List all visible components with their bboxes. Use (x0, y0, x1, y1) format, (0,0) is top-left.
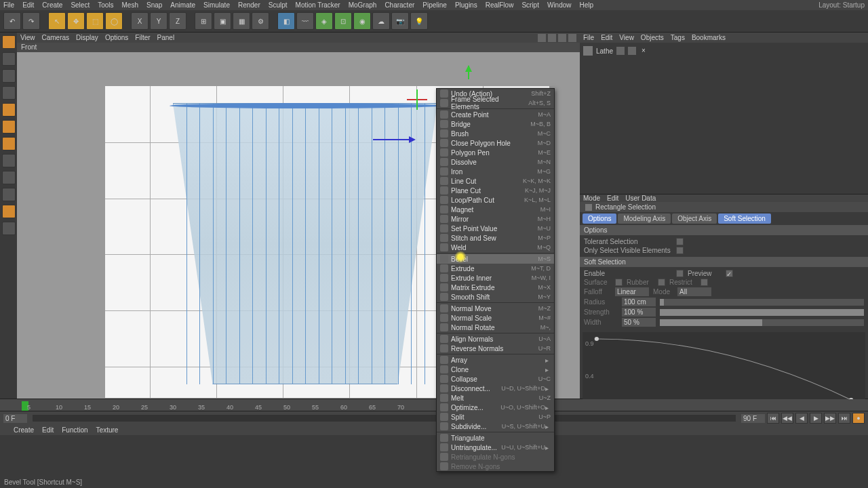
menu-sculpt[interactable]: Sculpt (269, 1, 288, 9)
edge-mode-icon[interactable] (2, 120, 16, 134)
ctx-triangulate[interactable]: Triangulate (437, 433, 554, 443)
array-icon[interactable]: ⊡ (334, 12, 352, 30)
om-bookmarks[interactable]: Bookmarks (692, 34, 726, 41)
ctx-set-point-value[interactable]: Set Point ValueM~U (437, 224, 554, 233)
deformer-icon[interactable]: ◉ (353, 12, 371, 30)
menu-tools[interactable]: Tools (98, 1, 113, 9)
attr-menubar[interactable]: Mode Edit User Data (580, 195, 868, 202)
vp-menu-panel[interactable]: Panel (157, 34, 175, 41)
time-range-slider[interactable] (33, 415, 736, 422)
rendersettings-icon[interactable]: ⚙ (252, 12, 269, 30)
ctx-extrude[interactable]: ExtrudeM~T, D (437, 264, 554, 273)
menu-character[interactable]: Character (384, 1, 414, 9)
mat-create[interactable]: Create (14, 426, 34, 434)
ctx-stitch-and-sew[interactable]: Stitch and SewM~P (437, 233, 554, 243)
ctx-reverse-normals[interactable]: Reverse NormalsU~R (437, 344, 554, 353)
ctx-melt[interactable]: MeltU~Z (437, 393, 554, 403)
attr-mode[interactable]: Mode (583, 195, 600, 202)
ctx-align-normals[interactable]: Align NormalsU~A (437, 334, 554, 344)
light-icon[interactable]: 💡 (410, 12, 428, 30)
menu-plugins[interactable]: Plugins (455, 1, 477, 9)
ctx-bridge[interactable]: BridgeM~B, B (437, 119, 554, 129)
snap-icon[interactable] (2, 171, 16, 184)
ctx-dissolve[interactable]: DissolveM~N (437, 157, 554, 167)
ctx-normal-rotate[interactable]: Normal RotateM~, (437, 323, 554, 332)
ctx-brush[interactable]: BrushM~C (437, 129, 554, 138)
ctx-iron[interactable]: IronM~G (437, 167, 554, 176)
lock-icon[interactable] (2, 222, 16, 235)
context-menu[interactable]: Undo (Action)Shift+ZFrame Selected Eleme… (436, 88, 555, 472)
undo-icon[interactable]: ↶ (3, 12, 21, 30)
texture-mode-icon[interactable] (2, 69, 16, 83)
checkbox-restrict[interactable] (701, 279, 708, 286)
prev-frame-icon[interactable]: ◀ (795, 413, 808, 424)
material-menubar[interactable]: Create Edit Function Texture (0, 425, 868, 435)
camera-icon[interactable]: 📷 (391, 12, 409, 30)
goto-end-icon[interactable]: ⏭ (838, 413, 850, 424)
ctx-disconnect-[interactable]: Disconnect...U~D, U~Shift+D▸ (437, 384, 554, 393)
main-menubar[interactable]: File Edit Create Select Tools Mesh Snap … (0, 0, 868, 10)
radius-slider[interactable] (660, 299, 864, 306)
y-axis-gizmo-icon[interactable] (468, 66, 469, 79)
tab-modeling-axis[interactable]: Modeling Axis (618, 214, 671, 224)
ctx-line-cut[interactable]: Line CutK~K, M~K (437, 176, 554, 186)
cup-mesh[interactable] (173, 103, 437, 384)
ctx-subdivide-[interactable]: Subdivide...U~S, U~Shift+U▸ (437, 422, 554, 431)
polygon-mode-icon[interactable] (2, 137, 16, 150)
falloff-select[interactable] (615, 287, 649, 296)
render-icon[interactable]: ▣ (214, 12, 231, 30)
om-tags[interactable]: Tags (671, 34, 685, 41)
coord-icon[interactable]: ⊞ (195, 12, 212, 30)
checkbox-enable[interactable] (676, 270, 684, 277)
cube-icon[interactable]: ◧ (277, 12, 295, 30)
renderview-icon[interactable]: ▦ (233, 12, 250, 30)
mat-edit[interactable]: Edit (42, 426, 54, 434)
checkbox-visible[interactable] (676, 247, 684, 254)
strength-input[interactable] (622, 308, 656, 317)
mode-select[interactable] (677, 287, 711, 296)
radius-input[interactable] (622, 298, 656, 306)
vp-menu-view[interactable]: View (20, 34, 35, 41)
workplane2-icon[interactable] (2, 188, 16, 201)
menu-script[interactable]: Script (521, 1, 539, 9)
start-frame-input[interactable] (3, 414, 27, 423)
vp-menu-display[interactable]: Display (76, 34, 98, 41)
falloff-curve[interactable]: 0.9 0.4 00.10.2 0.30.40.5 0.60.70.8 0.91… (583, 332, 865, 410)
axis-mode-icon[interactable] (2, 154, 16, 167)
menu-edit[interactable]: Edit (22, 1, 34, 9)
checkbox-surface[interactable] (615, 279, 623, 286)
scale-tool-icon[interactable]: ⬚ (86, 12, 104, 30)
ctx-untriangulate-[interactable]: Untriangulate...U~U, U~Shift+U▸ (437, 443, 554, 452)
vp-nav-icon[interactable] (558, 34, 566, 42)
ctx-normal-scale[interactable]: Normal ScaleM~# (437, 313, 554, 323)
ctx-clone[interactable]: Clone▸ (437, 365, 554, 374)
checkbox-tolerant[interactable] (676, 238, 684, 245)
model-mode-icon[interactable] (2, 52, 16, 66)
make-editable-icon[interactable] (2, 35, 16, 49)
menu-create[interactable]: Create (42, 1, 62, 9)
vp-nav-icon[interactable] (538, 34, 546, 42)
ctx-magnet[interactable]: MagnetM~I (437, 205, 554, 214)
menu-snap[interactable]: Snap (146, 1, 162, 9)
step-back-icon[interactable]: ◀◀ (781, 413, 793, 424)
width-slider[interactable] (660, 319, 864, 326)
record-icon[interactable]: ● (852, 413, 865, 424)
tab-soft-selection[interactable]: Soft Selection (718, 214, 771, 224)
vp-nav-icon[interactable] (568, 34, 576, 42)
rotate-tool-icon[interactable]: ◯ (105, 12, 123, 30)
ctx-array[interactable]: Array▸ (437, 355, 554, 365)
checkbox-rubber[interactable] (658, 279, 665, 286)
ctx-normal-move[interactable]: Normal MoveM~Z (437, 304, 554, 313)
menu-select[interactable]: Select (71, 1, 90, 9)
menu-realflow[interactable]: RealFlow (486, 1, 514, 9)
attr-edit[interactable]: Edit (607, 195, 618, 202)
z-axis-icon[interactable]: Z (169, 12, 186, 30)
redo-icon[interactable]: ↷ (22, 12, 40, 30)
menu-mograph[interactable]: MoGraph (349, 1, 377, 9)
play-icon[interactable]: ▶ (810, 413, 822, 424)
object-tree[interactable]: Lathe × (580, 43, 868, 194)
vp-menu-cameras[interactable]: Cameras (42, 34, 70, 41)
ctx-plane-cut[interactable]: Plane CutK~J, M~J (437, 186, 554, 195)
ctx-collapse[interactable]: CollapseU~C (437, 374, 554, 384)
workplane-icon[interactable] (2, 86, 16, 100)
